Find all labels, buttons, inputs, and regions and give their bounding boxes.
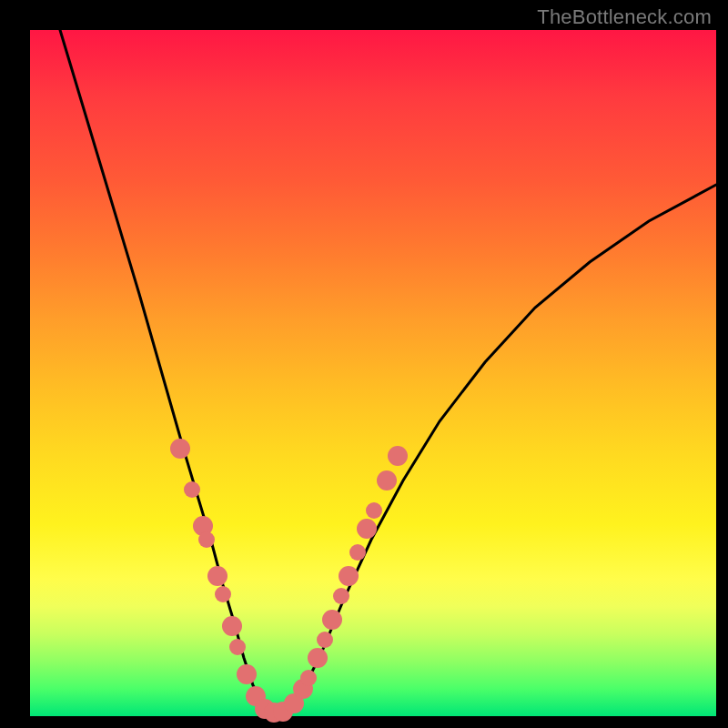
data-point [366, 502, 382, 519]
data-point [317, 632, 333, 648]
data-point [308, 648, 328, 668]
data-point [357, 519, 377, 539]
data-point [339, 566, 359, 586]
data-point [388, 446, 408, 466]
data-point [322, 610, 342, 630]
plot-area [30, 30, 716, 716]
data-point [198, 531, 215, 548]
data-point [170, 439, 190, 459]
data-point [237, 664, 257, 684]
data-point [215, 586, 231, 602]
data-point [184, 481, 200, 498]
data-point [300, 670, 317, 686]
data-point [207, 566, 228, 586]
bottleneck-curve [60, 30, 716, 713]
data-point [333, 588, 349, 604]
data-point [229, 639, 246, 655]
data-points [170, 439, 408, 723]
data-point [222, 616, 242, 636]
data-point [377, 470, 397, 490]
curve-layer [30, 30, 716, 716]
watermark-text: TheBottleneck.com [537, 5, 712, 29]
data-point [349, 544, 366, 561]
chart-frame: TheBottleneck.com [0, 0, 728, 728]
